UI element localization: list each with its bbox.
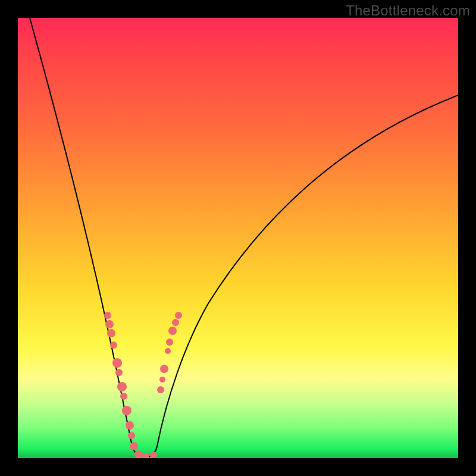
- beads-left-group: [104, 312, 149, 458]
- bead-marker: [130, 442, 138, 450]
- watermark-label: TheBottleneck.com: [346, 2, 470, 19]
- bead-marker: [115, 369, 123, 376]
- bead-marker: [150, 452, 157, 458]
- bead-marker: [172, 319, 179, 326]
- bead-marker: [126, 421, 134, 430]
- bead-marker: [120, 393, 127, 400]
- bead-marker: [166, 339, 173, 346]
- bead-marker: [142, 453, 149, 458]
- bead-marker: [112, 358, 122, 368]
- bead-marker: [107, 329, 115, 337]
- bead-marker: [104, 312, 111, 319]
- bead-marker: [117, 382, 127, 392]
- left-curve: [30, 18, 149, 457]
- bead-marker: [105, 320, 114, 328]
- chart-frame: [18, 18, 458, 458]
- bead-marker: [175, 312, 182, 319]
- bead-marker: [168, 327, 177, 335]
- bead-marker: [160, 365, 168, 373]
- right-curve: [146, 95, 458, 457]
- bead-marker: [110, 342, 117, 349]
- beads-right-group: [150, 312, 182, 458]
- chart-svg: [18, 18, 458, 458]
- bead-marker: [134, 450, 143, 458]
- bead-marker: [122, 406, 131, 415]
- bead-marker: [165, 348, 171, 354]
- bead-marker: [159, 377, 165, 383]
- bead-marker: [157, 386, 164, 393]
- bead-marker: [128, 432, 135, 439]
